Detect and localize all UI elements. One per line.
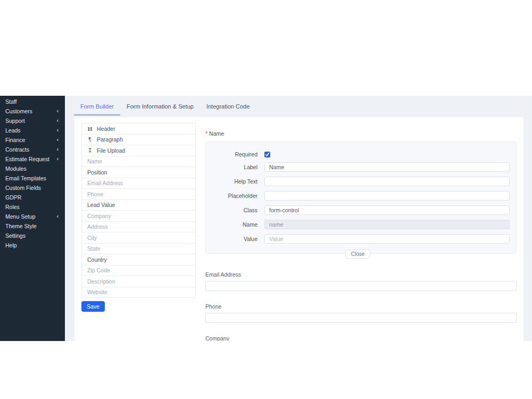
field-row-label: State: [87, 245, 101, 252]
sidebar-item-label: GDPR: [5, 194, 21, 201]
component-label: Header: [97, 126, 115, 132]
field-row[interactable]: Country: [81, 254, 196, 265]
close-row: Close: [206, 248, 510, 258]
sidebar-item-label: Email Templates: [5, 175, 46, 181]
label-row: Label: [206, 162, 510, 172]
form-builder-card: H Header ¶ Paragraph ↥ File Upload: [74, 117, 524, 341]
field-row-label: Address: [87, 223, 108, 230]
field-row-label: Zip Code: [87, 267, 110, 273]
sidebar-item[interactable]: Leads ‹: [0, 126, 65, 135]
sidebar: Staff ‹ Customers ‹ Support ‹ Leads ‹ Fi…: [0, 96, 65, 341]
sidebar-item[interactable]: Help ‹: [0, 240, 65, 250]
field-row-label: City: [87, 235, 97, 241]
sidebar-item[interactable]: Custom Fields ‹: [0, 183, 65, 193]
tab[interactable]: Integration Code: [200, 97, 256, 115]
preview-field: Phone: [205, 303, 517, 323]
tab[interactable]: Form Information & Setup: [120, 97, 200, 115]
required-label: Required: [206, 151, 257, 157]
save-button[interactable]: Save: [81, 301, 105, 312]
field-row[interactable]: Lead Value: [81, 200, 196, 211]
sidebar-item[interactable]: Support ‹: [0, 116, 65, 126]
sidebar-item[interactable]: Roles ‹: [0, 202, 65, 212]
paragraph-icon: ¶: [87, 136, 93, 143]
component-label: Paragraph: [97, 136, 123, 143]
field-row-label: Country: [87, 256, 107, 263]
builder-field-list: H Header ¶ Paragraph ↥ File Upload: [81, 123, 196, 335]
field-row-label: Lead Value: [87, 202, 115, 208]
sidebar-item-label: Leads: [5, 127, 21, 134]
value-label: Value: [206, 236, 257, 242]
placeholder-input[interactable]: [264, 191, 510, 201]
field-row[interactable]: Description: [81, 276, 196, 287]
preview-field-input[interactable]: [205, 313, 517, 323]
component-row[interactable]: ↥ File Upload: [81, 145, 196, 156]
field-row[interactable]: Phone: [81, 188, 196, 200]
field-row[interactable]: Address: [81, 221, 196, 233]
component-row[interactable]: H Header: [81, 123, 196, 135]
close-button[interactable]: Close: [345, 250, 371, 259]
sidebar-item-label: Menu Setup: [5, 213, 36, 220]
sidebar-item-label: Support: [5, 118, 25, 124]
sidebar-item[interactable]: Contracts ‹: [0, 145, 65, 154]
form-preview: Email Address Phone Company: [205, 271, 517, 341]
field-row[interactable]: Name: [81, 156, 196, 168]
sidebar-item-label: Contracts: [5, 146, 29, 153]
tab[interactable]: Form Builder: [74, 97, 120, 115]
field-row-label: Description: [87, 278, 115, 285]
sidebar-item-label: Roles: [5, 204, 20, 210]
component-label: File Upload: [97, 147, 125, 154]
required-row: Required: [206, 151, 510, 157]
sidebar-item[interactable]: Estimate Request ‹: [0, 154, 65, 164]
field-row-label: Email Address: [87, 180, 123, 186]
tab-bar: Form Builder Form Information & Setup In…: [65, 96, 532, 117]
chevron-left-icon: ‹: [57, 147, 59, 152]
preview-field-label: Company: [205, 335, 517, 341]
class-row: Class: [206, 205, 510, 215]
field-row[interactable]: Email Address: [81, 178, 196, 189]
class-label: Class: [206, 207, 257, 213]
name-label: Name: [206, 221, 257, 228]
sidebar-item-label: Customers: [5, 108, 32, 114]
placeholder-label: Placeholder: [206, 193, 257, 199]
help-text-input[interactable]: [264, 177, 510, 186]
help-text-row: Help Text: [206, 177, 510, 186]
name-input: [264, 220, 510, 229]
value-input[interactable]: [264, 234, 510, 244]
field-row[interactable]: Website: [81, 287, 196, 298]
sidebar-item[interactable]: GDPR ‹: [0, 193, 65, 202]
component-list: H Header ¶ Paragraph ↥ File Upload: [81, 123, 196, 156]
required-asterisk: *: [205, 130, 207, 137]
sidebar-item[interactable]: Settings ‹: [0, 231, 65, 240]
field-row-label: Name: [87, 158, 102, 164]
label-input[interactable]: [264, 162, 510, 172]
class-input[interactable]: [264, 205, 510, 215]
help-text-label: Help Text: [206, 178, 257, 185]
field-row[interactable]: State: [81, 243, 196, 255]
sidebar-item[interactable]: Modules ‹: [0, 164, 65, 173]
value-row: Value: [206, 234, 510, 244]
chevron-left-icon: ‹: [57, 137, 59, 143]
preview-field: Company: [205, 335, 517, 341]
preview-field: Email Address: [205, 271, 517, 291]
header-icon: H: [87, 126, 93, 132]
sidebar-item[interactable]: Finance ‹: [0, 135, 65, 145]
field-row[interactable]: Company: [81, 210, 196, 222]
field-row[interactable]: Zip Code: [81, 265, 196, 277]
field-row[interactable]: Position: [81, 167, 196, 178]
required-checkbox[interactable]: [264, 152, 270, 157]
component-row[interactable]: ¶ Paragraph: [81, 134, 196, 146]
placeholder-row: Placeholder: [206, 191, 510, 201]
field-row[interactable]: City: [81, 232, 196, 244]
preview-field-label: Phone: [205, 303, 517, 310]
sidebar-item-label: Staff: [5, 98, 16, 105]
sidebar-item[interactable]: Customers ‹: [0, 106, 65, 116]
field-row-label: Website: [87, 289, 107, 295]
sidebar-item-label: Finance: [5, 137, 25, 143]
sidebar-item[interactable]: Theme Style ‹: [0, 221, 65, 231]
sidebar-item[interactable]: Email Templates ‹: [0, 173, 65, 183]
preview-field-label: Email Address: [205, 271, 517, 278]
preview-field-input[interactable]: [205, 281, 517, 291]
active-field-name: Name: [209, 130, 224, 137]
sidebar-item[interactable]: Menu Setup ‹: [0, 212, 65, 221]
sidebar-item[interactable]: Staff ‹: [0, 97, 65, 106]
